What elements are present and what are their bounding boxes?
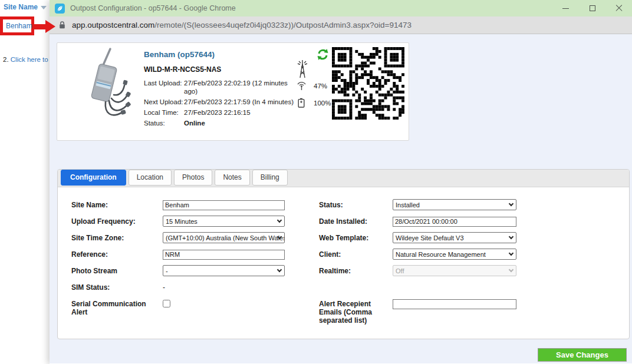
- site-time-zone-select[interactable]: (GMT+10:00) Australia (New South Wales): [163, 232, 285, 243]
- signal-icon: [296, 81, 307, 91]
- serial-communication-alert-checkbox[interactable]: [163, 300, 170, 307]
- info-row-local-time: Local Time: 27/Feb/2023 22:16:15: [144, 108, 309, 117]
- tab-photos[interactable]: Photos: [174, 170, 212, 186]
- maximize-icon: [590, 5, 595, 11]
- step-number: 2.: [3, 56, 9, 63]
- spacer: [319, 282, 578, 298]
- sort-arrow-icon: [41, 6, 47, 9]
- step-instruction: 2. Click here to sl: [3, 56, 50, 63]
- screen: Site Name 2. Click here to sl Benham Out…: [0, 0, 632, 364]
- chevron-down-icon: [509, 234, 514, 239]
- photo-stream-select[interactable]: -: [163, 265, 285, 276]
- battery-percent: 100%: [314, 100, 331, 107]
- site-name-input[interactable]: [163, 200, 285, 210]
- annotation-highlight-box: Benham: [0, 16, 34, 35]
- refresh-icon[interactable]: [317, 48, 329, 61]
- device-photo: [73, 47, 142, 129]
- chrome-window: Outpost Configuration - op57644 - Google…: [50, 0, 632, 364]
- field-client: Client: Natural Resource Management: [319, 249, 578, 265]
- tab-billing[interactable]: Billing: [252, 170, 288, 186]
- field-realtime: Realtime: Off: [319, 265, 578, 282]
- info-row-status: Status: Online: [144, 119, 309, 127]
- chevron-down-icon: [277, 218, 282, 223]
- field-site-time-zone: Site Time Zone: (GMT+10:00) Australia (N…: [71, 232, 304, 249]
- date-installed-input[interactable]: [393, 217, 516, 227]
- tab-notes[interactable]: Notes: [215, 170, 249, 186]
- chevron-down-icon: [509, 267, 514, 272]
- battery-level: 100%: [294, 98, 331, 108]
- field-web-template: Web Template: Wildeye Site Default V3: [319, 232, 578, 249]
- radio-tower-icon: [296, 59, 309, 79]
- lock-icon[interactable]: [58, 21, 66, 29]
- url-domain: app.outpostcentral.com: [72, 21, 154, 29]
- field-reference: Reference:: [71, 249, 304, 265]
- alert-recipient-emails-input[interactable]: [393, 299, 516, 309]
- qr-code: [332, 47, 404, 120]
- outpost-favicon-leaf-icon: [55, 4, 65, 14]
- site-link[interactable]: Benham: [3, 22, 32, 30]
- tab-configuration[interactable]: Configuration: [61, 170, 126, 186]
- field-site-name: Site Name:: [71, 199, 304, 216]
- tab-strip: Configuration Location Photos Notes Bill…: [58, 170, 629, 187]
- form-column-left: Site Name: Upload Frequency: 15 Minutes …: [71, 199, 304, 316]
- step-link[interactable]: Click here to sl: [11, 56, 50, 63]
- configuration-panel: Configuration Location Photos Notes Bill…: [57, 169, 630, 339]
- device-title: Benham (op57644): [144, 50, 309, 59]
- close-button[interactable]: [605, 0, 632, 16]
- annotation-arrow-head: [45, 20, 55, 33]
- signal-percent: 47%: [314, 82, 327, 90]
- battery-icon: [298, 98, 305, 108]
- minimize-icon: [562, 8, 569, 9]
- chevron-down-icon: [277, 267, 282, 272]
- maximize-button[interactable]: [579, 0, 605, 16]
- form-column-right: Status: Installed Date Installed: Web Te…: [319, 199, 578, 325]
- signal-strength: 47%: [294, 81, 327, 91]
- field-upload-frequency: Upload Frequency: 15 Minutes: [71, 216, 304, 232]
- online-status: Online: [184, 119, 303, 127]
- address-bar[interactable]: app.outpostcentral.com/remote/(S(leossee…: [50, 16, 632, 34]
- field-photo-stream: Photo Stream -: [71, 265, 304, 282]
- save-changes-button[interactable]: Save Changes: [538, 348, 627, 362]
- window-titlebar: Outpost Configuration - op57644 - Google…: [50, 0, 632, 16]
- field-date-installed: Date Installed:: [319, 216, 578, 232]
- minimize-button[interactable]: [552, 0, 579, 16]
- column-header-label: Site Name: [4, 3, 38, 11]
- realtime-select: Off: [393, 265, 516, 276]
- info-row-last-upload: Last Upload: 27/Feb/2023 22:02:19 (12 mi…: [144, 79, 309, 95]
- field-serial-communication-alert: Serial Communication Alert: [71, 298, 304, 316]
- device-summary-panel: Benham (op57644) WILD-M-R-NCCS5-NAS Last…: [57, 42, 409, 141]
- site-name-column-header[interactable]: Site Name: [4, 3, 47, 11]
- close-icon: [615, 5, 623, 12]
- field-status: Status: Installed: [319, 199, 578, 216]
- field-alert-recipient-emails: Alert Recepient Emails (Comma separated …: [319, 298, 578, 325]
- reference-input[interactable]: [163, 250, 285, 260]
- chevron-down-icon: [509, 201, 514, 206]
- tab-location[interactable]: Location: [129, 170, 172, 186]
- url-text: app.outpostcentral.com/remote/(S(leossee…: [72, 21, 412, 29]
- info-row-next-upload: Next Upload: 27/Feb/2023 22:17:59 (In 4 …: [144, 98, 309, 106]
- upload-frequency-select[interactable]: 15 Minutes: [163, 216, 285, 227]
- annotation-arrow: [32, 24, 47, 29]
- web-template-select[interactable]: Wildeye Site Default V3: [393, 232, 516, 243]
- page-content: Benham (op57644) WILD-M-R-NCCS5-NAS Last…: [50, 34, 632, 363]
- chevron-down-icon: [509, 251, 514, 256]
- status-select[interactable]: Installed: [393, 199, 516, 210]
- sim-status-value: -: [163, 282, 165, 292]
- client-select[interactable]: Natural Resource Management: [393, 249, 516, 260]
- field-sim-status: SIM Status: -: [71, 282, 304, 298]
- url-path: /remote/(S(leossees4uqefz0i4jq0323z))/Ou…: [154, 21, 412, 29]
- device-model: WILD-M-R-NCCS5-NAS: [144, 65, 309, 74]
- window-title: Outpost Configuration - op57644 - Google…: [70, 4, 236, 12]
